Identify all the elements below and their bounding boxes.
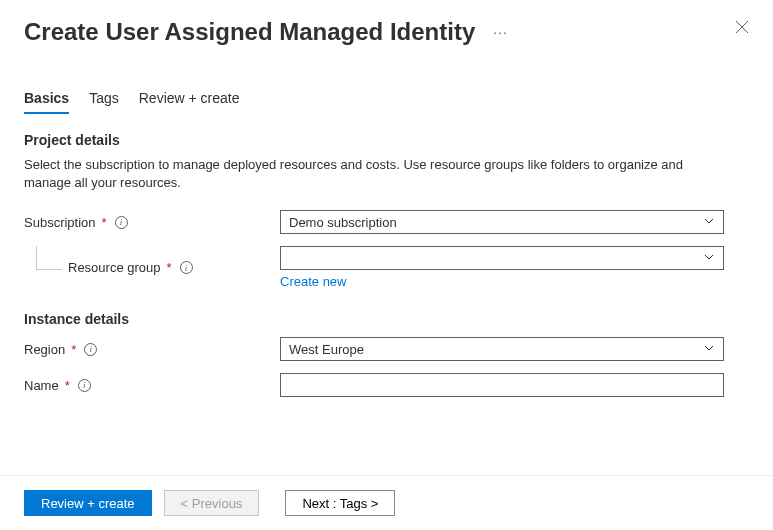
chevron-down-icon [703, 215, 715, 230]
project-details-description: Select the subscription to manage deploy… [24, 156, 704, 192]
more-icon[interactable]: ··· [493, 24, 508, 40]
review-create-button[interactable]: Review + create [24, 490, 152, 516]
subscription-label: Subscription [24, 215, 96, 230]
instance-details-heading: Instance details [24, 311, 749, 327]
required-indicator: * [71, 342, 76, 357]
subscription-row: Subscription * i Demo subscription [24, 210, 749, 234]
resource-group-select[interactable] [280, 246, 724, 270]
resource-group-label: Resource group [68, 260, 161, 275]
tab-bar: Basics Tags Review + create [0, 54, 773, 114]
indent-connector [36, 246, 62, 270]
info-icon[interactable]: i [78, 379, 91, 392]
region-row: Region * i West Europe [24, 337, 749, 361]
footer-bar: Review + create < Previous Next : Tags > [0, 475, 773, 530]
name-input[interactable] [280, 373, 724, 397]
info-icon[interactable]: i [115, 216, 128, 229]
page-title: Create User Assigned Managed Identity [24, 18, 475, 46]
project-details-heading: Project details [24, 132, 749, 148]
next-button[interactable]: Next : Tags > [285, 490, 395, 516]
required-indicator: * [167, 260, 172, 275]
info-icon[interactable]: i [180, 261, 193, 274]
chevron-down-icon [703, 251, 715, 266]
name-label: Name [24, 378, 59, 393]
name-row: Name * i [24, 373, 749, 397]
info-icon[interactable]: i [84, 343, 97, 356]
required-indicator: * [65, 378, 70, 393]
create-new-link[interactable]: Create new [280, 274, 346, 289]
close-icon[interactable] [735, 20, 749, 37]
tab-basics[interactable]: Basics [24, 84, 69, 114]
tab-review-create[interactable]: Review + create [139, 84, 240, 114]
resource-group-row: Resource group * i Create new [24, 246, 749, 289]
required-indicator: * [102, 215, 107, 230]
region-select[interactable]: West Europe [280, 337, 724, 361]
subscription-select[interactable]: Demo subscription [280, 210, 724, 234]
chevron-down-icon [703, 342, 715, 357]
subscription-value: Demo subscription [289, 215, 397, 230]
region-value: West Europe [289, 342, 364, 357]
tab-tags[interactable]: Tags [89, 84, 119, 114]
previous-button: < Previous [164, 490, 260, 516]
region-label: Region [24, 342, 65, 357]
